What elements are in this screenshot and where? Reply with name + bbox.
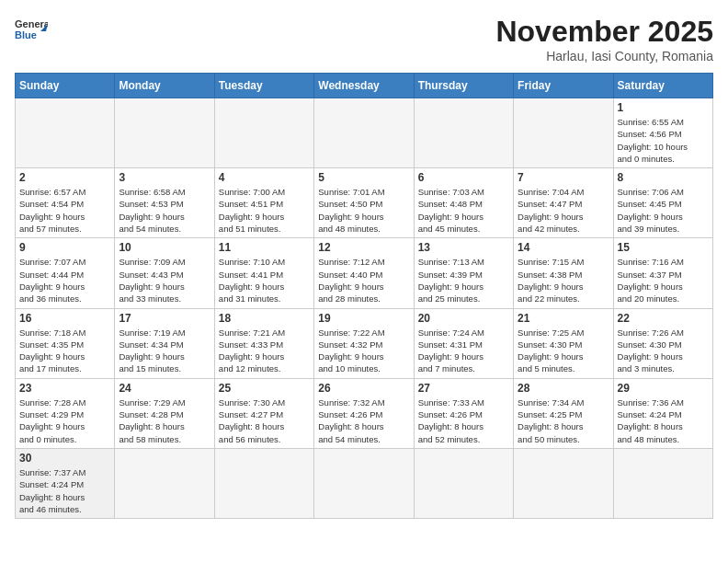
day-info: Sunrise: 7:10 AM Sunset: 4:41 PM Dayligh… [219,256,310,304]
calendar-cell [414,98,513,168]
calendar-cell: 1Sunrise: 6:55 AM Sunset: 4:56 PM Daylig… [613,98,712,168]
weekday-header-tuesday: Tuesday [214,74,313,98]
day-info: Sunrise: 6:55 AM Sunset: 4:56 PM Dayligh… [618,116,709,165]
calendar-cell: 8Sunrise: 7:06 AM Sunset: 4:45 PM Daylig… [613,168,712,238]
day-info: Sunrise: 6:58 AM Sunset: 4:53 PM Dayligh… [119,186,210,235]
day-number: 13 [418,241,509,254]
calendar-cell: 20Sunrise: 7:24 AM Sunset: 4:31 PM Dayli… [414,308,513,378]
day-info: Sunrise: 7:12 AM Sunset: 4:40 PM Dayligh… [318,256,409,304]
title-area: November 2025 Harlau, Iasi County, Roman… [495,15,713,63]
day-number: 23 [19,382,110,395]
calendar-cell: 9Sunrise: 7:07 AM Sunset: 4:44 PM Daylig… [16,238,115,308]
week-row-5: 23Sunrise: 7:28 AM Sunset: 4:29 PM Dayli… [16,378,713,448]
day-info: Sunrise: 7:16 AM Sunset: 4:37 PM Dayligh… [618,256,709,304]
calendar-cell [314,98,414,168]
day-info: Sunrise: 7:03 AM Sunset: 4:48 PM Dayligh… [418,186,509,235]
weekday-header-sunday: Sunday [16,74,115,98]
calendar-cell: 13Sunrise: 7:13 AM Sunset: 4:39 PM Dayli… [414,238,513,308]
calendar-cell [514,448,613,518]
calendar-cell: 14Sunrise: 7:15 AM Sunset: 4:38 PM Dayli… [514,238,613,308]
day-number: 7 [518,171,609,184]
week-row-2: 2Sunrise: 6:57 AM Sunset: 4:54 PM Daylig… [16,168,713,238]
calendar-cell [214,448,313,518]
weekday-header-wednesday: Wednesday [314,74,414,98]
calendar-cell: 22Sunrise: 7:26 AM Sunset: 4:30 PM Dayli… [613,308,712,378]
day-info: Sunrise: 7:18 AM Sunset: 4:35 PM Dayligh… [19,327,110,375]
day-number: 14 [518,241,609,254]
day-info: Sunrise: 7:32 AM Sunset: 4:26 PM Dayligh… [318,396,409,445]
calendar-cell: 3Sunrise: 6:58 AM Sunset: 4:53 PM Daylig… [115,168,214,238]
day-number: 5 [318,171,409,184]
week-row-6: 30Sunrise: 7:37 AM Sunset: 4:24 PM Dayli… [16,448,713,518]
day-number: 30 [19,452,110,465]
month-year: November 2025 [495,15,713,49]
day-number: 19 [318,312,409,325]
day-info: Sunrise: 7:04 AM Sunset: 4:47 PM Dayligh… [518,186,609,235]
day-number: 8 [618,171,709,184]
weekday-header-thursday: Thursday [414,74,513,98]
day-number: 1 [618,101,709,114]
day-info: Sunrise: 7:34 AM Sunset: 4:25 PM Dayligh… [518,396,609,445]
calendar-cell: 21Sunrise: 7:25 AM Sunset: 4:30 PM Dayli… [514,308,613,378]
calendar-cell: 30Sunrise: 7:37 AM Sunset: 4:24 PM Dayli… [16,448,115,518]
calendar-cell: 29Sunrise: 7:36 AM Sunset: 4:24 PM Dayli… [613,378,712,448]
svg-text:General: General [15,18,48,29]
weekday-header-monday: Monday [115,74,214,98]
day-info: Sunrise: 6:57 AM Sunset: 4:54 PM Dayligh… [19,186,110,235]
day-info: Sunrise: 7:26 AM Sunset: 4:30 PM Dayligh… [618,327,709,375]
location: Harlau, Iasi County, Romania [495,49,713,63]
week-row-4: 16Sunrise: 7:18 AM Sunset: 4:35 PM Dayli… [16,308,713,378]
week-row-1: 1Sunrise: 6:55 AM Sunset: 4:56 PM Daylig… [16,98,713,168]
svg-text:Blue: Blue [15,29,37,40]
day-info: Sunrise: 7:19 AM Sunset: 4:34 PM Dayligh… [119,327,210,375]
day-info: Sunrise: 7:15 AM Sunset: 4:38 PM Dayligh… [518,256,609,304]
day-number: 12 [318,241,409,254]
day-info: Sunrise: 7:29 AM Sunset: 4:28 PM Dayligh… [119,396,210,445]
calendar-cell: 2Sunrise: 6:57 AM Sunset: 4:54 PM Daylig… [16,168,115,238]
day-info: Sunrise: 7:06 AM Sunset: 4:45 PM Dayligh… [618,186,709,235]
calendar-cell: 6Sunrise: 7:03 AM Sunset: 4:48 PM Daylig… [414,168,513,238]
calendar-cell [115,448,214,518]
calendar-cell [414,448,513,518]
calendar-cell [314,448,414,518]
calendar-cell: 17Sunrise: 7:19 AM Sunset: 4:34 PM Dayli… [115,308,214,378]
day-info: Sunrise: 7:30 AM Sunset: 4:27 PM Dayligh… [219,396,310,445]
day-info: Sunrise: 7:09 AM Sunset: 4:43 PM Dayligh… [119,256,210,304]
weekday-header-friday: Friday [514,74,613,98]
calendar-cell: 11Sunrise: 7:10 AM Sunset: 4:41 PM Dayli… [214,238,313,308]
day-number: 18 [219,312,310,325]
calendar-cell: 19Sunrise: 7:22 AM Sunset: 4:32 PM Dayli… [314,308,414,378]
calendar-cell: 12Sunrise: 7:12 AM Sunset: 4:40 PM Dayli… [314,238,414,308]
calendar-cell [16,98,115,168]
header: General Blue November 2025 Harlau, Iasi … [15,15,713,63]
calendar-cell [115,98,214,168]
calendar-cell: 25Sunrise: 7:30 AM Sunset: 4:27 PM Dayli… [214,378,313,448]
day-number: 26 [318,382,409,395]
day-number: 27 [418,382,509,395]
calendar-cell: 15Sunrise: 7:16 AM Sunset: 4:37 PM Dayli… [613,238,712,308]
day-info: Sunrise: 7:25 AM Sunset: 4:30 PM Dayligh… [518,327,609,375]
calendar-cell: 18Sunrise: 7:21 AM Sunset: 4:33 PM Dayli… [214,308,313,378]
day-number: 11 [219,241,310,254]
calendar-cell: 24Sunrise: 7:29 AM Sunset: 4:28 PM Dayli… [115,378,214,448]
day-info: Sunrise: 7:33 AM Sunset: 4:26 PM Dayligh… [418,396,509,445]
day-info: Sunrise: 7:21 AM Sunset: 4:33 PM Dayligh… [219,327,310,375]
week-row-3: 9Sunrise: 7:07 AM Sunset: 4:44 PM Daylig… [16,238,713,308]
day-number: 17 [119,312,210,325]
calendar-cell: 7Sunrise: 7:04 AM Sunset: 4:47 PM Daylig… [514,168,613,238]
day-info: Sunrise: 7:28 AM Sunset: 4:29 PM Dayligh… [19,396,110,445]
day-info: Sunrise: 7:36 AM Sunset: 4:24 PM Dayligh… [618,396,709,445]
day-number: 10 [119,241,210,254]
day-number: 29 [618,382,709,395]
calendar-cell: 5Sunrise: 7:01 AM Sunset: 4:50 PM Daylig… [314,168,414,238]
calendar-table: SundayMondayTuesdayWednesdayThursdayFrid… [15,73,713,519]
calendar-cell: 27Sunrise: 7:33 AM Sunset: 4:26 PM Dayli… [414,378,513,448]
day-number: 3 [119,171,210,184]
day-info: Sunrise: 7:37 AM Sunset: 4:24 PM Dayligh… [19,466,110,515]
generalblue-logo-icon: General Blue [15,15,48,42]
day-number: 24 [119,382,210,395]
weekday-header-saturday: Saturday [613,74,712,98]
logo: General Blue [15,15,48,42]
calendar-cell [613,448,712,518]
calendar-cell [214,98,313,168]
